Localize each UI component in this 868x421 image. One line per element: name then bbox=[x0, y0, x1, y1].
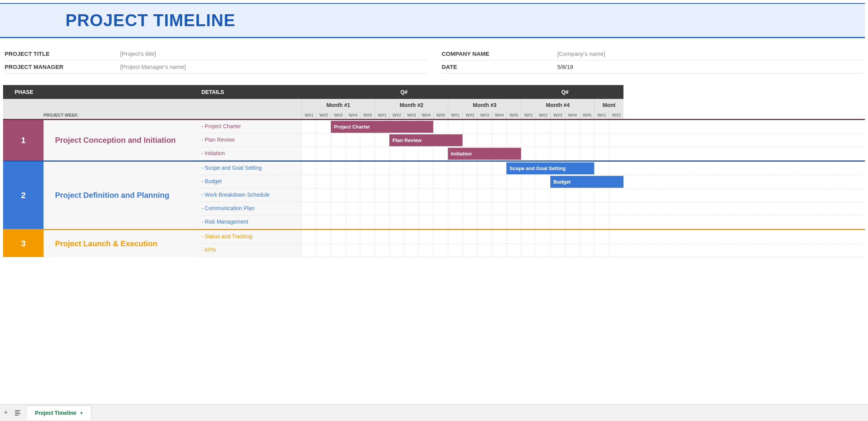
detail-item[interactable]: - Work Breakdown Schedule bbox=[198, 189, 302, 202]
header-week: W#3 bbox=[331, 111, 345, 119]
detail-item[interactable]: - Plan Review bbox=[198, 134, 302, 147]
detail-item[interactable]: - Budget bbox=[198, 175, 302, 189]
header-week: W#2 bbox=[389, 111, 404, 119]
meta-value[interactable]: [Project Manager's name] bbox=[120, 63, 186, 70]
phase-number: 2 bbox=[3, 162, 44, 229]
phase-number: 1 bbox=[3, 120, 44, 160]
header-details: DETAILS bbox=[198, 85, 302, 99]
detail-item[interactable]: - Initiation bbox=[198, 147, 302, 160]
gantt-bar[interactable]: Plan Review bbox=[389, 134, 462, 146]
phase-details: - Project Charter- Plan Review- Initiati… bbox=[198, 120, 302, 160]
gantt-row bbox=[302, 189, 865, 202]
meta-label: PROJECT TITLE bbox=[5, 50, 120, 57]
header-week: W#3 bbox=[404, 111, 419, 119]
detail-item[interactable]: - Communication Plan bbox=[198, 202, 302, 216]
meta-row: COMPANY NAME [Company's name] bbox=[442, 47, 863, 60]
timeline-grid[interactable]: PHASE DETAILS Q#Q# Month #1Month #2Month… bbox=[0, 85, 868, 257]
gantt-area[interactable]: Scope and Goal Setting Budget bbox=[302, 162, 865, 229]
meta-value[interactable]: [Company's name] bbox=[557, 50, 605, 57]
phase-name: Project Launch & Execution bbox=[44, 230, 198, 257]
gantt-area[interactable]: Project Charter Plan Review Initiation bbox=[302, 120, 865, 160]
header-phase: PHASE bbox=[3, 85, 44, 99]
gantt-row bbox=[302, 230, 865, 244]
meta-row: DATE 5/8/18 bbox=[442, 60, 863, 74]
gantt-row: Budget bbox=[302, 175, 865, 189]
header-week: W#1 bbox=[594, 111, 609, 119]
header-week: W#5 bbox=[433, 111, 448, 119]
detail-item[interactable]: - KPIs bbox=[198, 244, 302, 257]
gantt-row: Plan Review bbox=[302, 134, 865, 147]
phase-name: Project Definition and Planning bbox=[44, 162, 198, 229]
gantt-row bbox=[302, 216, 865, 229]
header-month: Month #1 bbox=[302, 99, 375, 111]
header-quarter: Q# bbox=[506, 85, 623, 99]
gantt-row bbox=[302, 202, 865, 216]
header-month: Month #2 bbox=[375, 99, 448, 111]
phase-number: 3 bbox=[3, 230, 44, 257]
phase-name: Project Conception and Initiation bbox=[44, 120, 198, 160]
header-month: Mont bbox=[594, 99, 623, 111]
meta-label: PROJECT MANAGER bbox=[5, 63, 120, 70]
header-week: W#4 bbox=[345, 111, 360, 119]
header-week: W#2 bbox=[462, 111, 477, 119]
meta-value[interactable]: 5/8/18 bbox=[557, 63, 573, 70]
phase-details: - Status and Tracking- KPIs bbox=[198, 230, 302, 257]
gantt-bar[interactable]: Budget bbox=[550, 176, 623, 188]
gantt-bar[interactable]: Project Charter bbox=[331, 121, 433, 133]
detail-item[interactable]: - Status and Tracking bbox=[198, 230, 302, 244]
gantt-row: Project Charter bbox=[302, 120, 865, 134]
header-week: W#2 bbox=[316, 111, 331, 119]
header-week: W#2 bbox=[536, 111, 550, 119]
gantt-row: Initiation bbox=[302, 147, 865, 160]
header-week: W#1 bbox=[375, 111, 389, 119]
header-week: W#1 bbox=[521, 111, 536, 119]
detail-item[interactable]: - Scope and Goal Setting bbox=[198, 162, 302, 175]
header-week: W#4 bbox=[492, 111, 506, 119]
gantt-bar[interactable]: Scope and Goal Setting bbox=[506, 162, 594, 174]
header-week: W#2 bbox=[609, 111, 623, 119]
meta-label: DATE bbox=[442, 63, 557, 70]
meta-row: PROJECT TITLE [Project's title] bbox=[5, 47, 426, 60]
gantt-row: Scope and Goal Setting bbox=[302, 162, 865, 175]
gantt-row bbox=[302, 244, 865, 257]
detail-item[interactable]: - Project Charter bbox=[198, 120, 302, 134]
title-banner: PROJECT TIMELINE bbox=[0, 3, 865, 38]
phase-block: 1 Project Conception and Initiation - Pr… bbox=[3, 119, 865, 160]
header-week: W#4 bbox=[565, 111, 580, 119]
meta-row: PROJECT MANAGER [Project Manager's name] bbox=[5, 60, 426, 74]
header-week: W#1 bbox=[302, 111, 316, 119]
header-month: Month #3 bbox=[448, 99, 521, 111]
detail-item[interactable]: - Risk Management bbox=[198, 216, 302, 229]
gantt-area[interactable] bbox=[302, 230, 865, 257]
phase-details: - Scope and Goal Setting- Budget- Work B… bbox=[198, 162, 302, 229]
header-week: W#3 bbox=[550, 111, 565, 119]
gantt-bar[interactable]: Initiation bbox=[448, 148, 521, 160]
phase-block: 2 Project Definition and Planning - Scop… bbox=[3, 160, 865, 229]
header-week: W#3 bbox=[477, 111, 492, 119]
header-month: Month #4 bbox=[521, 99, 594, 111]
header-week: W#5 bbox=[360, 111, 375, 119]
header-week: W#5 bbox=[506, 111, 521, 119]
header-week: W#1 bbox=[448, 111, 462, 119]
header-week: W#4 bbox=[419, 111, 433, 119]
header-quarter: Q# bbox=[302, 85, 506, 99]
page-title: PROJECT TIMELINE bbox=[65, 11, 865, 30]
meta-label: COMPANY NAME bbox=[442, 50, 557, 57]
phase-block: 3 Project Launch & Execution - Status an… bbox=[3, 229, 865, 257]
meta-value[interactable]: [Project's title] bbox=[120, 50, 156, 57]
header-phase-spacer bbox=[44, 85, 198, 99]
header-week: W#5 bbox=[580, 111, 594, 119]
project-week-label: PROJECT WEEK: bbox=[44, 111, 302, 119]
meta-section: PROJECT TITLE [Project's title] PROJECT … bbox=[0, 47, 868, 85]
